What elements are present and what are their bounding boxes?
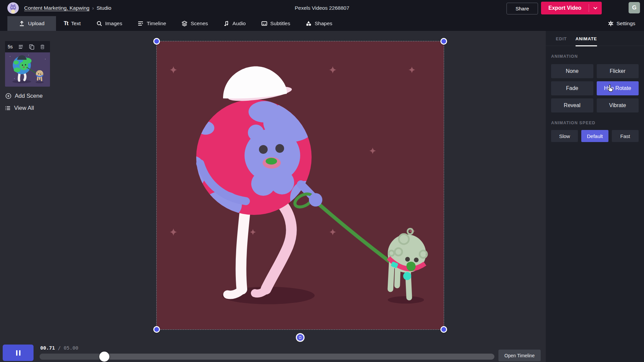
speed-option-default[interactable]: Default [581, 130, 608, 142]
add-scene-label: Add Scene [15, 93, 43, 99]
animation-option-reveal[interactable]: Reveal [551, 98, 593, 112]
layers-icon [181, 20, 187, 27]
resize-handle-top-right[interactable] [440, 38, 447, 45]
resize-handle-bottom-left[interactable] [153, 326, 160, 333]
toolbar-item-label: Subtitles [270, 20, 290, 27]
toolbar-item-label: Audio [232, 20, 246, 27]
inspector-panel: EDIT ANIMATE ANIMATION None Flicker Fade… [546, 31, 644, 362]
search-icon [96, 20, 102, 27]
animation-section-heading: ANIMATION [551, 54, 639, 59]
subtitles-icon [261, 20, 267, 27]
scene-layers-icon[interactable] [18, 44, 24, 50]
toolbar-item-label: Shapes [315, 20, 332, 27]
toolbar-item-scenes[interactable]: Scenes [181, 16, 208, 31]
playhead-scrubber[interactable] [99, 352, 109, 362]
account-avatar[interactable]: G [629, 2, 640, 13]
upload-icon [19, 20, 25, 27]
toolbar-item-label: Scenes [191, 20, 208, 27]
time-separator: / [58, 345, 61, 351]
breadcrumb-current: Studio [97, 5, 111, 11]
rotate-icon [298, 335, 303, 340]
animation-option-fade[interactable]: Fade [551, 81, 593, 95]
text-icon: Tt [64, 20, 68, 27]
breadcrumb-workspace-link[interactable]: Content Marketing, Kapwing [24, 5, 90, 11]
toolbar-item-upload[interactable]: Upload [7, 16, 56, 31]
animation-option-vibrate[interactable]: Vibrate [597, 98, 639, 112]
settings-button[interactable]: Settings [608, 16, 635, 31]
toolbar-item-label: Images [105, 20, 122, 27]
toolbar-item-label: Upload [28, 20, 44, 27]
toolbar-item-images[interactable]: Images [96, 16, 122, 31]
resize-handle-bottom-right[interactable] [440, 326, 447, 333]
header-bar: Content Marketing, Kapwing › Studio Pexe… [0, 0, 644, 31]
export-chevron-down-icon[interactable] [589, 2, 602, 14]
settings-label: Settings [616, 20, 635, 27]
toolbar: Upload Tt Text Images Timeline [0, 16, 644, 31]
export-video-label: Export Video [541, 2, 589, 14]
total-time: 05.00 [64, 345, 78, 351]
plus-circle-icon [5, 93, 11, 99]
speed-section-heading: ANIMATION SPEED [551, 121, 639, 125]
toolbar-item-audio[interactable]: Audio [223, 16, 246, 31]
progress-track[interactable] [40, 354, 494, 360]
toolbar-item-shapes[interactable]: Shapes [306, 16, 332, 31]
speed-option-slow[interactable]: Slow [551, 130, 578, 142]
animation-option-flicker[interactable]: Flicker [597, 64, 639, 78]
toolbar-item-label: Timeline [147, 20, 166, 27]
document-title: Pexels Videos 2268807 [295, 5, 350, 11]
view-all-button[interactable]: View All [5, 105, 34, 111]
rotate-handle[interactable] [296, 333, 305, 342]
timeline-icon [138, 20, 144, 27]
toolbar-item-timeline[interactable]: Timeline [138, 16, 166, 31]
animation-option-none[interactable]: None [551, 64, 593, 78]
inspector-tabs: EDIT ANIMATE [546, 31, 644, 46]
tab-edit[interactable]: EDIT [556, 36, 567, 46]
animation-option-hue-rotate[interactable]: Hue Rotate [597, 81, 639, 95]
share-button[interactable]: Share [506, 3, 538, 14]
gear-icon [608, 20, 614, 27]
scene-card-toolbar: 5s [5, 41, 50, 52]
toolbar-item-text[interactable]: Tt Text [64, 16, 81, 31]
playback-time: 00.71 / 05.00 [40, 345, 78, 351]
scene-card[interactable]: 5s [5, 41, 50, 87]
scene-duration-badge: 5s [8, 44, 13, 49]
breadcrumb-separator: › [92, 5, 94, 11]
toolbar-item-label: Text [71, 20, 80, 27]
music-note-icon [223, 20, 229, 27]
duplicate-scene-icon[interactable] [29, 44, 35, 50]
view-all-label: View All [14, 105, 34, 111]
scene-thumbnail[interactable] [5, 52, 50, 87]
tab-animate[interactable]: ANIMATE [576, 36, 597, 46]
pause-icon [16, 350, 17, 356]
speed-option-fast[interactable]: Fast [612, 130, 639, 142]
current-time: 00.71 [40, 345, 55, 351]
earth-walking-dog-illustration [157, 41, 444, 329]
resize-handle-top-left[interactable] [153, 38, 160, 45]
list-icon [5, 105, 11, 111]
delete-scene-icon[interactable] [40, 44, 45, 50]
video-canvas[interactable] [157, 41, 444, 329]
progress-played [40, 354, 104, 360]
breadcrumb: Content Marketing, Kapwing › Studio [24, 5, 111, 11]
add-scene-button[interactable]: Add Scene [5, 93, 43, 99]
pause-button[interactable] [3, 345, 34, 361]
cat-avatar-image [7, 2, 19, 14]
toolbar-item-subtitles[interactable]: Subtitles [261, 16, 290, 31]
export-video-button[interactable]: Export Video [541, 2, 602, 14]
workspace-avatar[interactable] [7, 2, 19, 14]
shapes-icon [306, 20, 312, 27]
speed-options-grid: Slow Default Fast [551, 130, 639, 142]
open-timeline-button[interactable]: Open Timeline [498, 350, 541, 361]
animation-options-grid: None Flicker Fade Hue Rotate Reveal Vibr… [551, 64, 639, 112]
